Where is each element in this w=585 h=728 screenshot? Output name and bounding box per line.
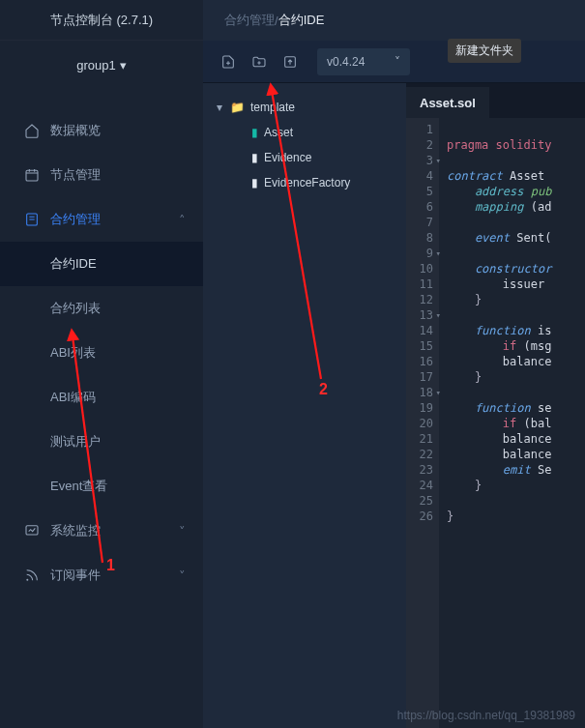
- home-icon: [23, 122, 41, 139]
- code-editor: Asset.sol 12 3▾ 456 78 9▾ 101112 13▾ 141…: [406, 83, 585, 728]
- version-select[interactable]: v0.4.24 ˅: [317, 48, 410, 75]
- file-icon: ▮: [251, 126, 258, 139]
- contract-icon: [23, 211, 41, 228]
- nav-data-overview[interactable]: 数据概览: [0, 108, 203, 153]
- calendar-icon: [23, 166, 41, 184]
- nav-contract-manage[interactable]: 合约管理 ˄: [0, 197, 203, 242]
- watermark: https://blog.csdn.net/qq_19381989: [397, 709, 575, 722]
- editor-tabs: Asset.sol: [406, 83, 585, 118]
- new-folder-button[interactable]: [246, 48, 273, 75]
- upload-button[interactable]: [277, 48, 304, 75]
- subnav-label: 合约IDE: [50, 255, 97, 273]
- file-label: Evidence: [264, 151, 311, 164]
- editor-tab-asset[interactable]: Asset.sol: [406, 87, 489, 118]
- subnav-event-view[interactable]: Event查看: [0, 464, 203, 509]
- file-label: EvidenceFactory: [264, 176, 350, 189]
- file-tree: ▾ 📁 template ▮ Asset ▮ Evidence ▮ Eviden…: [203, 83, 406, 728]
- nav-node-manage[interactable]: 节点管理: [0, 153, 203, 197]
- svg-rect-0: [26, 170, 38, 181]
- tree-file-asset[interactable]: ▮ Asset: [203, 120, 406, 145]
- rss-icon: [23, 567, 41, 584]
- nav-label: 订阅事件: [50, 567, 101, 584]
- toolbar: v0.4.24 ˅: [203, 41, 585, 83]
- folder-icon: 📁: [230, 101, 245, 114]
- line-gutter: 12 3▾ 456 78 9▾ 101112 13▾ 14151617 18▾ …: [406, 118, 439, 728]
- subnav-label: 测试用户: [50, 433, 101, 451]
- group-label: group1: [76, 58, 115, 73]
- svg-point-3: [26, 579, 28, 581]
- file-label: Asset: [264, 126, 293, 139]
- code-lines[interactable]: pragma solidity contract Asset address p…: [439, 118, 585, 728]
- nav-subscribe-event[interactable]: 订阅事件 ˅: [0, 553, 203, 597]
- nav-label: 系统监控: [50, 522, 101, 539]
- new-file-button[interactable]: [215, 48, 242, 75]
- breadcrumb-parent: 合约管理: [224, 12, 275, 29]
- subnav-label: ABI编码: [50, 389, 96, 406]
- subnav-label: Event查看: [50, 478, 107, 495]
- subnav-contract-ide[interactable]: 合约IDE: [0, 242, 203, 286]
- nav-label: 节点管理: [50, 166, 101, 184]
- chevron-down-icon: ˅: [395, 55, 400, 69]
- subnav-label: ABI列表: [50, 344, 96, 362]
- folder-label: template: [250, 101, 295, 114]
- breadcrumb: 合约管理 / 合约IDE: [203, 0, 585, 41]
- subnav-contract-list[interactable]: 合约列表: [0, 286, 203, 331]
- new-folder-tooltip: 新建文件夹: [448, 39, 521, 63]
- subnav-test-user[interactable]: 测试用户: [0, 420, 203, 464]
- caret-down-icon: ▾: [120, 58, 127, 73]
- nav-system-monitor[interactable]: 系统监控 ˅: [0, 509, 203, 553]
- subnav-abi-list[interactable]: ABI列表: [0, 331, 203, 375]
- file-icon: ▮: [251, 151, 258, 164]
- nav-label: 数据概览: [50, 122, 101, 139]
- chevron-down-icon: ˅: [179, 524, 186, 539]
- breadcrumb-current: 合约IDE: [278, 12, 325, 29]
- subnav-abi-encode[interactable]: ABI编码: [0, 375, 203, 420]
- chevron-up-icon: ˄: [179, 213, 186, 227]
- subnav-label: 合约列表: [50, 300, 101, 317]
- chevron-down-icon: ˅: [179, 568, 186, 583]
- content-pane: 合约管理 / 合约IDE v0.4.24 ˅ 新建文件夹 ▾ 📁 templat…: [203, 0, 585, 728]
- monitor-icon: [23, 522, 41, 539]
- sidebar: 节点控制台 (2.7.1) group1 ▾ 数据概览 节点管理 合约管理 ˄ …: [0, 0, 203, 728]
- group-selector[interactable]: group1 ▾: [0, 41, 203, 89]
- tree-folder-template[interactable]: ▾ 📁 template: [203, 95, 406, 120]
- version-label: v0.4.24: [327, 55, 365, 69]
- console-title: 节点控制台 (2.7.1): [0, 0, 203, 41]
- tree-file-evidence[interactable]: ▮ Evidence: [203, 145, 406, 170]
- caret-down-icon: ▾: [217, 101, 228, 114]
- file-icon: ▮: [251, 176, 258, 189]
- tree-file-evidencefactory[interactable]: ▮ EvidenceFactory: [203, 170, 406, 195]
- nav-label: 合约管理: [50, 211, 101, 228]
